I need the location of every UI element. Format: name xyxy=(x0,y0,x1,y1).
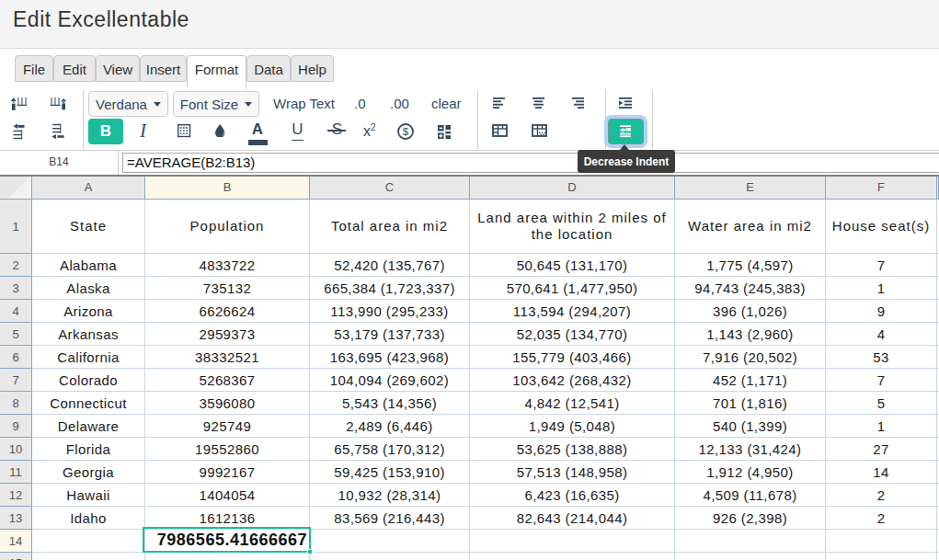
svg-text:$: $ xyxy=(403,126,409,137)
